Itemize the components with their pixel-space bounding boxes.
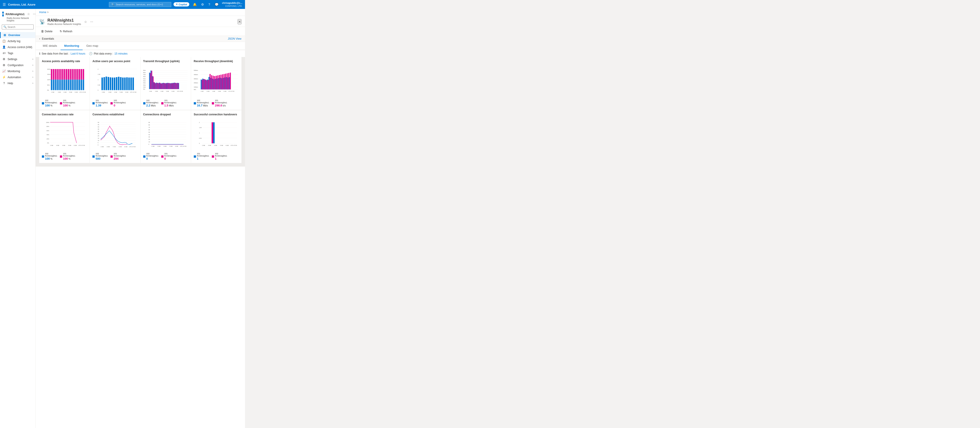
svg-rect-76 — [130, 78, 132, 90]
tab-mie-details[interactable]: MIE details — [39, 42, 60, 50]
breadcrumb-home[interactable]: Home — [39, 11, 46, 14]
help-button[interactable]: ? — [208, 2, 211, 7]
tab-monitoring[interactable]: Monitoring — [60, 42, 83, 50]
legend-item-101: 101RANInsights1 1.5 Mb/s — [161, 99, 177, 107]
time-filter-value[interactable]: Last 6 hours — [71, 52, 85, 55]
svg-text:UTC-07:00: UTC-07:00 — [130, 92, 137, 93]
legend-item-101: 101RANInsights1 1.39 — [92, 99, 108, 107]
svg-rect-70 — [118, 77, 119, 90]
sidebar-logo: R — [2, 11, 4, 16]
svg-rect-295 — [213, 122, 215, 143]
chart-area: 50 45 40 35 30 25 20 15 10 5 0 — [92, 118, 137, 151]
svg-rect-136 — [164, 83, 165, 89]
sidebar-item-overview[interactable]: ⊞ Overview — [0, 32, 35, 38]
user-info[interactable]: chrisqpublic@c... CONTOSO, LTD. — [222, 2, 242, 7]
hamburger-icon[interactable]: ☰ — [3, 2, 6, 7]
svg-text:0: 0 — [199, 143, 200, 144]
legend-value: 580 — [95, 157, 100, 160]
svg-rect-28 — [51, 69, 52, 80]
svg-text:6 AM: 6 AM — [226, 145, 229, 146]
sidebar-item-help[interactable]: ? Help › — [0, 80, 35, 86]
legend-color-pink — [110, 102, 113, 105]
legend-color-pink — [212, 102, 214, 105]
svg-rect-140 — [169, 83, 170, 89]
resource-more-icon[interactable]: ··· — [90, 20, 93, 24]
resource-name: RANInsights1 — [48, 18, 81, 23]
sidebar-search-icon: 🔍 — [3, 25, 7, 29]
svg-rect-142 — [172, 83, 173, 89]
svg-text:10: 10 — [98, 140, 99, 141]
close-button[interactable]: ✕ — [238, 19, 242, 24]
tab-geo-map[interactable]: Geo map — [83, 42, 102, 50]
resource-favorite-icon[interactable]: ☆ — [84, 20, 87, 24]
essentials-chevron-icon[interactable]: › — [39, 37, 40, 40]
sidebar-item-label: Monitoring — [8, 70, 20, 73]
svg-text:6kb/s: 6kb/s — [143, 76, 146, 77]
sidebar-item-tags[interactable]: 🏷 Tags — [0, 50, 35, 56]
svg-rect-34 — [62, 69, 64, 80]
svg-text:40: 40 — [98, 126, 99, 127]
sidebar-item-configuration[interactable]: ⚙ Configuration › — [0, 62, 35, 68]
chevron-right-icon: › — [32, 58, 33, 60]
svg-rect-198 — [224, 74, 225, 89]
legend-name: 101RANInsights1 — [63, 99, 75, 104]
toolbar: 🗑 Delete ↻ Refresh — [36, 27, 245, 36]
sidebar-resource-type: Radio Access Network Insights — [0, 17, 35, 22]
svg-text:0: 0 — [148, 144, 149, 145]
svg-rect-68 — [114, 78, 115, 90]
svg-rect-144 — [175, 83, 176, 89]
svg-rect-143 — [173, 83, 174, 89]
svg-rect-189 — [210, 74, 211, 89]
svg-rect-138 — [167, 83, 167, 89]
sidebar-item-activity-log[interactable]: 📋 Activity log — [0, 38, 35, 44]
sidebar-item-settings[interactable]: ⚙ Settings › — [0, 56, 35, 62]
global-search-input[interactable] — [116, 3, 165, 6]
feedback-button[interactable]: 💬 — [214, 2, 220, 7]
sidebar-item-access-control[interactable]: 👤 Access control (IAM) — [0, 44, 35, 50]
global-search-box[interactable]: 🔍 — [109, 2, 171, 7]
sidebar-item-automation[interactable]: ⚡ Automation › — [0, 74, 35, 80]
svg-rect-25 — [79, 80, 80, 90]
favorite-icon[interactable]: ☆ — [27, 12, 30, 16]
legend-name: 101RANInsights1 — [164, 99, 177, 104]
svg-rect-65 — [108, 77, 109, 90]
sidebar-item-monitoring[interactable]: 📈 Monitoring › — [0, 68, 35, 74]
svg-rect-30 — [54, 69, 56, 80]
svg-text:2 AM: 2 AM — [51, 92, 54, 93]
legend-color-blue — [42, 102, 44, 105]
essentials-bar: › Essentials JSON View — [36, 36, 245, 42]
refresh-button[interactable]: ↻ Refresh — [58, 29, 74, 34]
svg-rect-37 — [68, 69, 69, 80]
svg-text:1: 1 — [98, 79, 99, 80]
more-options-icon[interactable]: ··· — [33, 12, 36, 16]
legend-value: 100 — [63, 157, 68, 160]
legend-name: 102RANInsights1 — [95, 153, 108, 157]
svg-rect-129 — [154, 83, 155, 89]
svg-text:0%: 0% — [47, 89, 49, 91]
settings-button[interactable]: ⚙ — [200, 2, 205, 7]
delete-button[interactable]: 🗑 Delete — [39, 29, 54, 34]
sidebar-search-input[interactable] — [8, 25, 32, 28]
json-view-link[interactable]: JSON View — [228, 37, 242, 40]
plot-filter-value[interactable]: 15 minutes — [115, 52, 127, 55]
legend-item-101: 101RANInsights1 294 — [110, 153, 126, 160]
copilot-button[interactable]: ✦ Copilot — [173, 2, 189, 6]
legend-unit: % — [50, 158, 52, 160]
monitoring-icon: 📈 — [2, 70, 6, 73]
notifications-button[interactable]: 🔔 — [192, 2, 197, 7]
info-icon: ℹ — [39, 52, 40, 55]
legend-name: 102RANInsights1 — [45, 99, 57, 104]
top-bar: ☰ Contoso, Ltd. Azure 🔍 ✦ Copilot 🔔 ⚙ ? … — [0, 0, 245, 9]
svg-text:4 AM: 4 AM — [113, 146, 116, 147]
sidebar-search-box[interactable]: 🔍 — [2, 24, 33, 29]
svg-text:0b/s: 0b/s — [143, 89, 145, 90]
sidebar-item-label: Configuration — [8, 64, 23, 67]
legend-name: 101RANInsights1 — [197, 153, 209, 157]
svg-text:5 AM: 5 AM — [69, 92, 72, 93]
svg-text:20: 20 — [148, 139, 150, 140]
svg-text:2: 2 — [199, 122, 200, 123]
legend-item-101: 101RANInsights1 100 % — [60, 99, 75, 107]
svg-rect-133 — [159, 83, 161, 89]
svg-text:5 AM: 5 AM — [218, 91, 221, 92]
svg-text:2: 2 — [98, 68, 99, 70]
